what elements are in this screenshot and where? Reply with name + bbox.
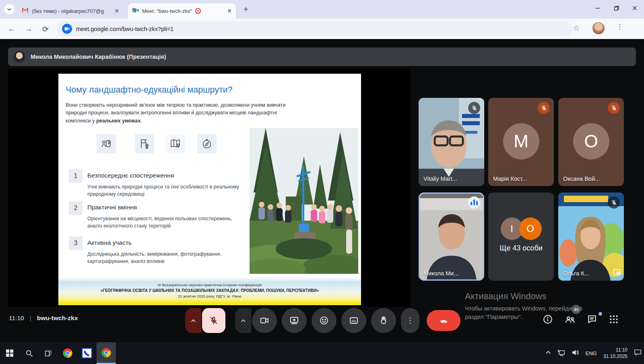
participant-tile[interactable]: M Марія Кост...	[488, 98, 554, 186]
network-icon[interactable]	[557, 349, 565, 358]
window-close-button[interactable]	[625, 0, 644, 16]
raise-hand-button[interactable]	[371, 308, 396, 333]
captions-button[interactable]: CC	[341, 308, 366, 333]
presentation-stage: Чому ландшафтно-едукаційні маршрути? Вон…	[8, 68, 411, 307]
mic-muted-icon	[468, 102, 480, 114]
item-title: Безпосереднє спостереження	[87, 172, 174, 179]
end-call-button[interactable]	[427, 310, 460, 331]
folded-map-pin-icon	[166, 134, 185, 153]
present-screen-button[interactable]	[282, 308, 307, 333]
students-map-icon	[97, 134, 116, 153]
participant-name: Марія Кост...	[493, 176, 527, 182]
chat-notification-dot	[599, 312, 602, 316]
windows-activation-watermark: Активация Windows Чтобы активировать Win…	[465, 291, 582, 321]
flag-pin-icon	[135, 134, 154, 153]
chrome-taskbar-icon-active[interactable]	[97, 342, 116, 364]
gmail-icon	[22, 7, 29, 14]
chrome-taskbar-icon[interactable]	[58, 342, 77, 364]
slide-photo-hiking-group	[250, 128, 358, 274]
browser-toolbar: ← → ⟳ meet.google.com/bwu-twch-zkx?pli=1…	[0, 19, 644, 39]
footer-line2: «ГЕОГРАФІЧНА ОСВІТА У ШКІЛЬНИХ ТА ПОЗАШК…	[58, 288, 361, 293]
reload-button[interactable]: ⟳	[39, 23, 52, 35]
chat-panel-icon[interactable]	[587, 314, 597, 326]
footer-line3: 31 жовтня 2025 року, РДГУ, м. Рівне	[58, 294, 361, 298]
slide-intro: Вони створюють нерозривний зв’язок між т…	[66, 101, 293, 124]
close-tab-icon[interactable]: ✕	[227, 8, 232, 14]
browser-menu-icon[interactable]: ⋮	[616, 23, 623, 31]
volume-icon[interactable]	[572, 349, 579, 358]
reactions-button[interactable]	[312, 308, 336, 333]
participant-tile[interactable]: Ольга К...	[558, 192, 624, 281]
item-desc: Орієнтування на місцевості, ведення поль…	[87, 215, 244, 230]
participant-tile-speaking[interactable]: Микола Ми...	[419, 192, 484, 281]
url-text: meet.google.com/bwu-twch-zkx?pli=1	[76, 26, 173, 32]
more-participants-tile[interactable]: I O Ще 43 особи	[488, 192, 554, 281]
item-title: Активна участь	[87, 239, 132, 246]
phone-app-icon[interactable]	[77, 342, 97, 364]
participant-name: Оксана Вой...	[563, 176, 600, 182]
participant-name: Ольга К...	[563, 270, 589, 277]
language-indicator[interactable]: ENG	[586, 350, 597, 356]
task-view-icon[interactable]	[39, 342, 58, 364]
presentation-slide: Чому ландшафтно-едукаційні маршрути? Вон…	[58, 74, 361, 305]
address-bar[interactable]: meet.google.com/bwu-twch-zkx?pli=1	[56, 21, 572, 36]
camera-button[interactable]	[252, 308, 277, 333]
slide-footer: ІІІ Всеукраїнська науково-практична інте…	[58, 277, 361, 305]
tab-gmail[interactable]: (без теми) - olgakarpec707@g ✕	[18, 3, 123, 19]
taskbar-clock[interactable]: 11:1031.10.2025	[603, 347, 627, 360]
slide-title: Чому ландшафтно-едукаційні маршрути?	[66, 85, 233, 95]
window-minimize-button[interactable]	[588, 0, 607, 16]
item-desc: Дослідницька діяльність: вимірювання, фо…	[87, 250, 244, 265]
action-center-icon[interactable]	[634, 349, 642, 358]
tab-meet[interactable]: Meet: "bwu-twch-zkx" ✕	[128, 3, 236, 19]
more-options-button[interactable]: ⋮	[401, 308, 419, 333]
screen: (без теми) - olgakarpec707@g ✕ Meet: "bw…	[0, 0, 644, 364]
tab-recording-indicator-icon	[195, 8, 201, 14]
mic-options-chevron[interactable]	[185, 308, 201, 333]
tab-search-chevron-icon[interactable]	[4, 4, 14, 14]
new-tab-button[interactable]: +	[241, 4, 251, 14]
participant-count-badge: 49	[572, 305, 581, 314]
participant-tile[interactable]: O Оксана Вой...	[558, 98, 624, 186]
meeting-info: 11:10 | bwu-twch-zkx	[9, 314, 78, 322]
participant-tile[interactable]: Vitaliy Mart...	[419, 98, 484, 186]
participant-initial-avatar: O	[573, 123, 609, 159]
compass-icon	[197, 134, 217, 153]
stacked-avatars: I O	[501, 217, 542, 240]
participant-initial-avatar: M	[503, 123, 539, 159]
participant-name: Vitaliy Mart...	[423, 176, 457, 182]
item-desc: Учні вивчають природні процеси та їхні о…	[87, 183, 244, 198]
mic-muted-icon	[608, 102, 620, 114]
windows-taskbar: ENG 11:1031.10.2025	[0, 342, 644, 364]
close-tab-icon[interactable]: ✕	[114, 8, 119, 14]
presenter-name: Микола Миколайович Карабінюк (Презентаці…	[31, 54, 166, 60]
browser-tab-strip: (без теми) - olgakarpec707@g ✕ Meet: "bw…	[0, 0, 644, 19]
start-button[interactable]	[0, 342, 19, 364]
browser-profile-avatar[interactable]	[592, 22, 605, 34]
item-title: Практичні вміння	[87, 204, 137, 211]
search-icon[interactable]	[19, 342, 39, 364]
bookmark-star-icon[interactable]: ☆	[573, 23, 580, 33]
meet-site-icon	[62, 24, 72, 34]
window-restore-button[interactable]	[607, 0, 625, 16]
meeting-code: bwu-twch-zkx	[37, 314, 78, 322]
item-number: 3	[69, 236, 83, 250]
participant-name: Микола Ми...	[423, 270, 458, 277]
footer-line1: ІІІ Всеукраїнська науково-практична інте…	[58, 283, 361, 287]
mic-muted-button[interactable]	[202, 308, 225, 333]
forward-button[interactable]: →	[23, 23, 35, 35]
meet-page: Микола Миколайович Карабінюк (Презентаці…	[0, 39, 644, 342]
tray-chevron-icon[interactable]	[545, 350, 551, 357]
audio-speaking-icon	[468, 196, 480, 209]
item-number: 1	[69, 169, 83, 183]
activities-grid-icon[interactable]	[609, 314, 619, 326]
mic-muted-icon	[538, 102, 550, 114]
back-button[interactable]: ←	[6, 23, 18, 35]
camera-options-chevron[interactable]	[235, 308, 251, 333]
tab-label: (без теми) - olgakarpec707@g	[32, 8, 104, 14]
more-participants-label: Ще 43 особи	[488, 244, 554, 252]
meet-icon	[132, 7, 139, 14]
clock-text: 11:10	[9, 314, 24, 322]
svg-text:CC: CC	[351, 319, 356, 323]
picture-in-picture-icon[interactable]	[613, 269, 621, 277]
